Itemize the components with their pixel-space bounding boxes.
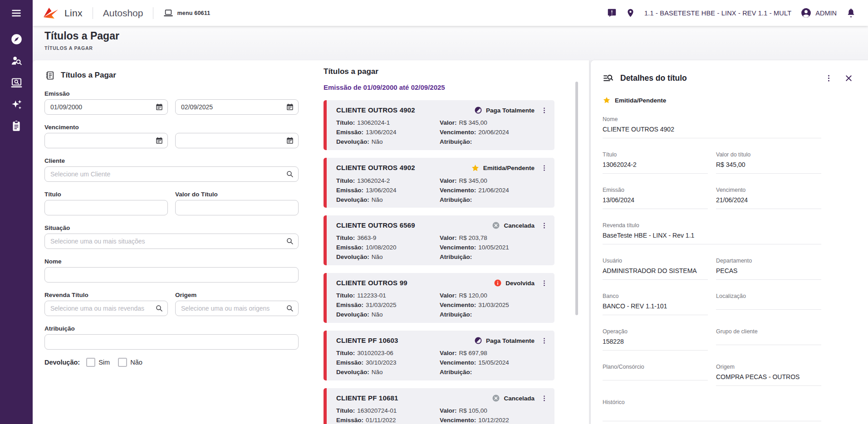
app-root: Linx Autoshop menu 60611 [0,0,868,424]
valor-titulo-input[interactable] [176,200,298,215]
detail-field-nome: Nome CLIENTE OUTROS 4902 [603,116,821,138]
field-value: 13062024-2 [357,177,390,184]
user-menu[interactable]: ADMIN [800,7,837,19]
sidebar-item-ai-assistant[interactable] [0,93,33,115]
atribuicao-field [44,334,299,350]
detail-value: BANCO - REV 1.1-101 [603,302,708,310]
titulo-card[interactable]: CLIENTE PF 10681 Cancelada [324,388,554,424]
brand-area: Linx Autoshop menu 60611 [43,6,210,20]
card-menu-button[interactable] [540,337,548,345]
detail-field-emissao: Emissão 13/06/2024 [603,187,708,209]
location-pin-icon [626,8,635,18]
titulo-label: Título [44,191,168,198]
details-close-button[interactable] [844,73,853,83]
field-value: 13/06/2024 [366,187,397,194]
list-subtitle: Emissão de 01/09/2000 até 02/09/2025 [324,83,554,91]
hamburger-menu-button[interactable] [0,0,33,26]
titulo-card[interactable]: CLIENTE OUTROS 99 Devolvida [324,273,554,323]
details-status-row: Emitida/Pendente [603,96,856,104]
field-value: 30/10/2023 [366,359,397,366]
card-client-name: CLIENTE OUTROS 4902 [336,164,415,171]
field-label: Devolução: [336,253,369,260]
field-value: 10/12/2022 [478,417,509,424]
field-label: Valor: [440,177,457,184]
titulo-card[interactable]: CLIENTE OUTROS 4902 Paga Totalmente [324,100,554,150]
vencimento-from-input[interactable] [45,133,167,148]
titulo-card[interactable]: CLIENTE PF 10603 Paga Totalmente [324,331,554,380]
topbar: Linx Autoshop menu 60611 [33,0,868,26]
detail-field-grupo-cliente: Grupo de cliente [716,328,821,345]
sidebar-item-screen-search[interactable] [0,72,33,93]
active-menu-label: menu 60611 [177,10,210,16]
emissao-to-field [175,99,299,115]
sidebar-item-client-search[interactable] [0,50,33,72]
field-value: Não [372,138,383,145]
field-value: 15/05/2024 [478,359,509,366]
filters-title-row: Títulos a Pagar [44,69,299,81]
detail-value: 13/06/2024 [603,196,708,204]
detail-field-valor: Valor do título R$ 345,00 [716,151,821,174]
detail-label: Histórico [603,399,821,405]
field-value: Não [372,369,383,375]
card-menu-button[interactable] [540,164,548,172]
environment-label[interactable]: 1.1 - BASETESTE HBE - LINX - REV 1.1 - M… [644,10,791,17]
active-menu-chip[interactable]: menu 60611 [163,8,210,18]
details-menu-button[interactable] [824,74,833,83]
user-name: ADMIN [815,10,837,17]
cards-container: CLIENTE OUTROS 4902 Paga Totalmente [324,100,554,424]
nome-input[interactable] [45,268,298,282]
field-label: Valor: [440,292,457,299]
hamburger-icon [10,7,22,19]
sidebar-item-explore[interactable] [0,28,33,50]
field-value: 31/03/2025 [366,302,397,308]
detail-label: Operação [603,328,708,335]
feedback-button[interactable] [607,8,617,18]
field-value: 10/08/2020 [366,244,397,251]
field-value: Não [372,311,383,318]
atribuicao-input[interactable] [45,335,298,349]
card-menu-button[interactable] [540,222,548,229]
detail-label: Emissão [603,187,708,193]
location-button[interactable] [626,8,635,18]
titulos-list: Títulos a pagar Emissão de 01/09/2000 at… [324,67,554,424]
emissao-to-input[interactable] [176,100,298,114]
card-menu-button[interactable] [540,279,548,287]
revenda-input[interactable] [45,301,167,316]
devolucao-sim-checkbox[interactable] [86,358,95,367]
field-label: Valor: [440,119,457,126]
titulo-card[interactable]: CLIENTE OUTROS 4902 Emitida/Pendente [324,158,554,208]
devolucao-nao-checkbox[interactable] [118,358,127,367]
detail-field-plano-consorcio: Plano/Consórcio [603,364,708,380]
notifications-button[interactable] [846,8,856,18]
person-search-icon [10,55,23,67]
list-scrollbar[interactable] [575,82,578,315]
detail-field-banco: Banco BANCO - REV 1.1-101 [603,293,708,315]
origem-input[interactable] [176,301,298,316]
field-label: Título: [336,177,355,184]
field-label: Emissão: [336,129,363,136]
field-value: 10/05/2021 [478,244,509,251]
cliente-input[interactable] [45,167,298,181]
brand-app-name: Autoshop [103,8,143,19]
detail-value: 21/06/2024 [716,196,821,204]
detail-label: Vencimento [716,187,821,193]
field-value: 30102023-06 [357,350,393,356]
titulo-card[interactable]: CLIENTE OUTROS 6569 Cancelada [324,215,554,265]
situacao-input[interactable] [45,234,298,249]
atribuicao-label: Atribuição [44,325,299,332]
detail-label: Nome [603,116,821,122]
field-label: Atribuição: [440,369,472,375]
page-title: Títulos a Pagar [44,30,868,42]
detail-value: CLIENTE OUTROS 4902 [603,126,821,133]
titulo-input[interactable] [45,200,167,215]
emissao-from-input[interactable] [45,100,167,114]
page-header: Títulos a Pagar TÍTULOS A PAGAR [33,26,868,60]
field-label: Emissão: [336,244,363,251]
card-menu-button[interactable] [540,107,548,114]
detail-field-revenda: Revenda título BaseTeste HBE - LINX - Re… [603,222,821,244]
field-label: Título: [336,234,355,241]
sidebar-item-tasks[interactable] [0,115,33,137]
vencimento-to-input[interactable] [176,133,298,148]
card-status-label: Devolvida [505,280,535,287]
card-menu-button[interactable] [540,395,548,402]
